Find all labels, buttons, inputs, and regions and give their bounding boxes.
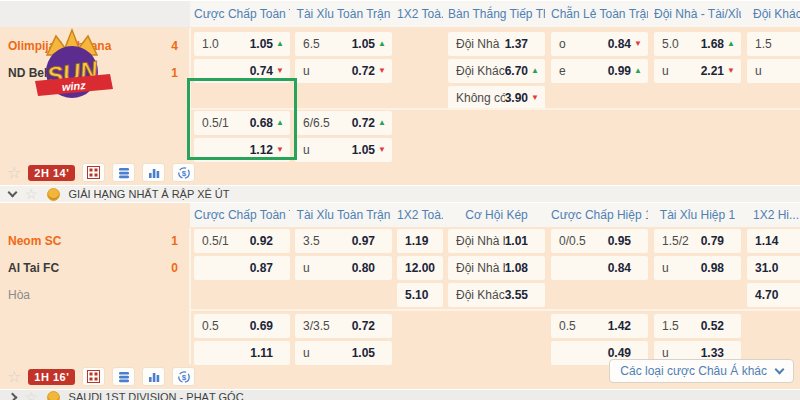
keno-grid-icon[interactable]: [82, 367, 105, 386]
odds-value: 0.72: [352, 319, 375, 333]
odds-cell[interactable]: 1.5/20.79: [654, 229, 741, 253]
odds-value: 1.33: [701, 346, 724, 360]
odds-cell[interactable]: 0.84: [551, 256, 648, 280]
line-label: 1.0: [202, 37, 250, 51]
trend-icon: [724, 67, 735, 75]
odds-cell[interactable]: 4.70: [747, 283, 800, 307]
odds-cell[interactable]: 1.11: [194, 341, 290, 365]
statistics-chart-icon[interactable]: [142, 163, 165, 182]
favorite-star-icon[interactable]: ☆: [7, 369, 21, 385]
odds-cell[interactable]: u0.72: [295, 59, 392, 83]
odds-value: 5.10: [405, 288, 428, 302]
odds-cell[interactable]: 6.51.05: [295, 32, 392, 56]
odds-cell[interactable]: 1.01.05: [194, 32, 290, 56]
league-title: GIẢI HẠNG NHẤT Ả RẬP XÊ ÚT: [69, 188, 230, 200]
odds-value: 0.97: [352, 234, 375, 248]
bet-types-stack-icon[interactable]: [112, 163, 135, 182]
odds-cell[interactable]: 0.5/10.92: [194, 229, 290, 253]
col-header-total-ft: Tài Xỉu Toàn Trận: [295, 203, 392, 227]
odds-cell[interactable]: 1.12: [194, 138, 290, 162]
bet-types-stack-icon[interactable]: [112, 367, 135, 386]
odds-cell[interactable]: e0.99: [551, 59, 648, 83]
odds-cell[interactable]: Đội Nhà1.37: [448, 32, 545, 56]
odds-value: 2.21: [701, 64, 724, 78]
trend-icon: [375, 67, 386, 75]
odds-value: 0.92: [250, 234, 273, 248]
odds-value: 31.0: [755, 261, 778, 275]
odds-cell[interactable]: 1.19: [397, 229, 443, 253]
line-label: Đội Khách: [456, 64, 505, 78]
odds-value: 0.84: [608, 261, 631, 275]
odds-cell[interactable]: u: [747, 59, 800, 83]
odds-value: 1.05: [352, 143, 375, 157]
col-header-1x2-ft: 1X2 Toà...: [397, 1, 443, 27]
odds-cell[interactable]: 5.01.68: [654, 32, 741, 56]
match2-away-team: Al Tai FC: [8, 256, 59, 280]
line-label: u: [755, 64, 800, 78]
col-header-odd-even: Chẵn Lẻ Toàn Trận: [551, 1, 648, 27]
line-label: u: [662, 346, 701, 360]
col-header-handicap-ft: Cược Chấp Toàn T...: [194, 1, 290, 27]
odds-cell[interactable]: 3/3.50.72: [295, 314, 392, 338]
league-header-saudi-div1[interactable]: ☆ GIẢI HẠNG NHẤT Ả RẬP XÊ ÚT: [0, 185, 800, 203]
odds-cell[interactable]: u2.21: [654, 59, 741, 83]
match2-home-team: Neom SC: [8, 229, 61, 253]
odds-cell[interactable]: 0.50.69: [194, 314, 290, 338]
odds-cell[interactable]: Đội Nhà h...1.01: [448, 229, 545, 253]
odds-cell[interactable]: 0.51.42: [551, 314, 648, 338]
favorite-star-icon[interactable]: ☆: [25, 390, 38, 400]
odds-value: 1.08: [505, 261, 528, 275]
odds-cell[interactable]: 31.0: [747, 256, 800, 280]
odds-value: 1.05: [352, 37, 375, 51]
odds-cell[interactable]: u0.98: [654, 256, 741, 280]
favorite-star-icon[interactable]: ☆: [25, 187, 38, 201]
odds-cell[interactable]: 1.14: [747, 229, 800, 253]
league-header-saudi-corners[interactable]: ☆ SAUDI 1ST DIVISION - PHẠT GÓC: [0, 389, 800, 400]
odds-cell[interactable]: Không có3.90: [448, 86, 545, 110]
odds-value: 3.55: [505, 288, 528, 302]
match1-home-score: 4: [150, 34, 178, 58]
odds-cell[interactable]: 0.5/10.68: [194, 111, 290, 135]
odds-cell[interactable]: 0/0.50.95: [551, 229, 648, 253]
odds-cell[interactable]: u1.05: [295, 341, 392, 365]
odds-cell[interactable]: u1.05: [295, 138, 392, 162]
odds-cell[interactable]: 1.5: [747, 32, 800, 56]
favorite-star-icon[interactable]: ☆: [7, 165, 21, 181]
odds-cell[interactable]: 6/6.50.72: [295, 111, 392, 135]
odds-cell[interactable]: 5.10: [397, 283, 443, 307]
odds-cell[interactable]: 0.87: [194, 256, 290, 280]
trend-icon: [375, 146, 386, 154]
match2-toolbar: ☆ 1H 16' $: [7, 366, 195, 387]
trend-icon: [528, 94, 539, 102]
odds-cell[interactable]: 1.50.52: [654, 314, 741, 338]
match2-away-score: 0: [150, 256, 178, 280]
keno-grid-icon[interactable]: [82, 163, 105, 182]
odds-cell[interactable]: 3.50.97: [295, 229, 392, 253]
odds-value: 0.49: [608, 346, 631, 360]
other-asian-bets-dropdown[interactable]: Các loại cược Châu Á khác: [609, 359, 794, 383]
line-label: 0.5: [559, 319, 608, 333]
odds-cell[interactable]: Đội Khách...3.55: [448, 283, 545, 307]
expand-chevron-icon[interactable]: [8, 392, 18, 400]
col-header-1x2-h1: 1X2 Hi...: [747, 203, 800, 227]
odds-cell[interactable]: u0.80: [295, 256, 392, 280]
col-header-1x2-ft: 1X2 Toà...: [397, 203, 443, 227]
odds-cell[interactable]: 0.74: [194, 59, 290, 83]
odds-value: 0.80: [352, 261, 375, 275]
odds-cell[interactable]: 12.00: [397, 256, 443, 280]
cashout-icon[interactable]: $: [172, 163, 195, 182]
svg-text:$: $: [182, 168, 187, 177]
odds-cell[interactable]: Đội Nhà h...1.08: [448, 256, 545, 280]
collapse-chevron-icon[interactable]: [8, 187, 18, 197]
cashout-icon[interactable]: $: [172, 367, 195, 386]
statistics-chart-icon[interactable]: [142, 367, 165, 386]
odds-cell[interactable]: o0.84: [551, 32, 648, 56]
panel-divider: [189, 28, 191, 160]
line-label: o: [559, 37, 608, 51]
line-label: 1.5: [662, 319, 701, 333]
odds-cell[interactable]: Đội Khách6.70: [448, 59, 545, 83]
odds-value: 1.68: [701, 37, 724, 51]
league-title: SAUDI 1ST DIVISION - PHẠT GÓC: [69, 391, 244, 400]
col-header-double-chance: Cơ Hội Kép: [448, 203, 545, 227]
col-header-total-h1: Tài Xỉu Hiệp 1: [654, 203, 741, 227]
